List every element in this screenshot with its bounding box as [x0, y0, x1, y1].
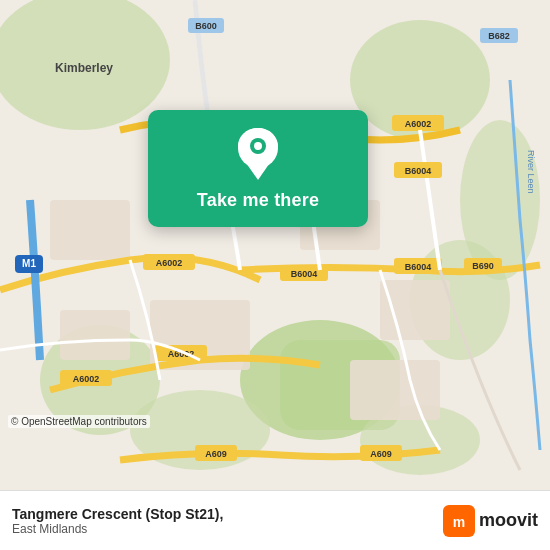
svg-text:B600: B600 [195, 21, 217, 31]
svg-text:B690: B690 [472, 261, 494, 271]
location-pin-icon [236, 128, 280, 180]
svg-text:M1: M1 [22, 258, 36, 269]
osm-credit: © OpenStreetMap contributors [8, 415, 150, 428]
take-me-there-button[interactable]: Take me there [197, 190, 319, 211]
svg-rect-13 [380, 280, 450, 340]
svg-text:A609: A609 [205, 449, 227, 459]
svg-text:B682: B682 [488, 31, 510, 41]
svg-text:Kimberley: Kimberley [55, 61, 113, 75]
moovit-icon: m [443, 505, 475, 537]
svg-text:A609: A609 [370, 449, 392, 459]
svg-text:River Leen: River Leen [526, 150, 536, 194]
moovit-logo: m moovit [443, 505, 538, 537]
svg-text:m: m [453, 514, 465, 530]
bottom-bar: Tangmere Crescent (Stop St21), East Midl… [0, 490, 550, 550]
svg-text:A6002: A6002 [405, 119, 432, 129]
svg-text:A6002: A6002 [156, 258, 183, 268]
svg-text:B6004: B6004 [405, 262, 432, 272]
map-area: A6002 B600 A6002 B682 A6002 B6004 B6004 … [0, 0, 550, 490]
svg-point-6 [460, 120, 540, 280]
svg-rect-15 [350, 360, 440, 420]
moovit-label: moovit [479, 510, 538, 531]
svg-rect-14 [60, 310, 130, 360]
svg-point-48 [254, 142, 262, 150]
stop-info: Tangmere Crescent (Stop St21), East Midl… [12, 506, 223, 536]
svg-rect-10 [50, 200, 130, 260]
svg-text:B6004: B6004 [405, 166, 432, 176]
svg-text:A6002: A6002 [73, 374, 100, 384]
svg-text:B6004: B6004 [291, 269, 318, 279]
cta-card[interactable]: Take me there [148, 110, 368, 227]
stop-region: East Midlands [12, 522, 223, 536]
stop-name: Tangmere Crescent (Stop St21), [12, 506, 223, 522]
